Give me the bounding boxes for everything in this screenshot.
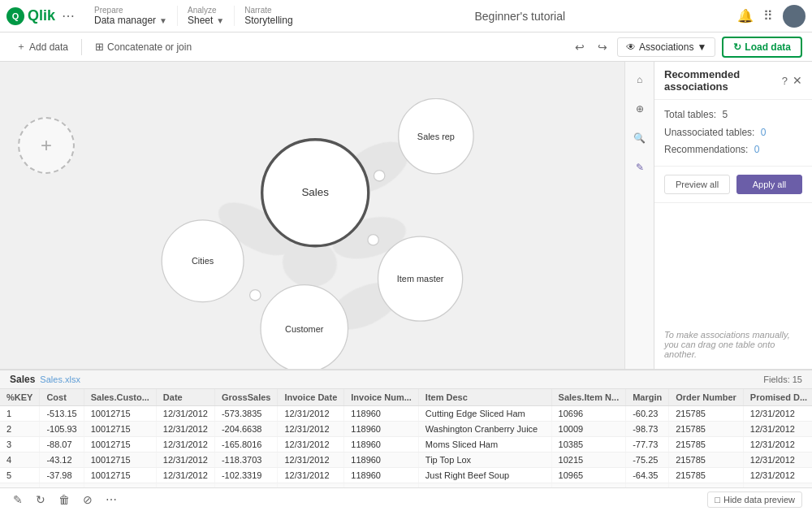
table-cell: 12/31/2012	[278, 468, 344, 483]
table-cell: -64.35	[626, 468, 669, 483]
toolbar-right: ↩ ↪ 👁 Associations ▼ ↻ Load data	[572, 37, 802, 58]
table-cell: 12/31/2012	[156, 437, 214, 453]
notification-icon[interactable]: 🔔	[737, 8, 754, 24]
table-cell: Just Right Beef Soup	[418, 468, 551, 483]
more-tool-button[interactable]: ⋯	[102, 492, 120, 508]
table-row: 4-43.121001271512/31/2012-118.370312/31/…	[0, 453, 812, 468]
preview-table-wrap[interactable]: %KEY Cost Sales.Custo... Date GrossSales…	[0, 389, 812, 487]
qlik-logo-icon: Q	[6, 7, 24, 25]
canvas-area[interactable]: +	[0, 62, 654, 369]
refresh-tool-button[interactable]: ↻	[32, 492, 49, 508]
preview-table: %KEY Cost Sales.Custo... Date GrossSales…	[0, 389, 812, 487]
table-cell: 12/31/2012	[743, 422, 812, 437]
select-tool-button[interactable]: ⊕	[628, 97, 651, 120]
panel-close-button[interactable]: ✕	[793, 74, 802, 87]
table-cell: 10012715	[84, 437, 156, 453]
table-cell: 5	[0, 468, 40, 483]
edit-tool-button[interactable]: ✎	[10, 492, 26, 508]
hide-preview-button[interactable]: □ Hide data preview	[707, 492, 802, 508]
table-cell: -37.98	[40, 468, 84, 483]
undo-button[interactable]: ↩	[572, 37, 588, 57]
col-inv-num: Invoice Num...	[344, 389, 419, 406]
table-cell: 10009	[551, 422, 626, 437]
table-cell: 10965	[551, 468, 626, 483]
panel-header: Recommended associations ? ✕	[654, 62, 812, 100]
table-cell: 215785	[669, 406, 744, 422]
grid-icon[interactable]: ⠿	[763, 8, 773, 24]
content-wrapper: +	[0, 62, 812, 511]
table-cell: 118960	[344, 406, 419, 422]
prepare-section[interactable]: Prepare Data manager ▼	[84, 6, 178, 26]
header: Q Qlik ⋯ Prepare Data manager ▼ Analyze …	[0, 0, 812, 32]
table-cell: 12/31/2012	[743, 468, 812, 483]
delete-tool-button[interactable]: 🗑	[55, 492, 73, 508]
table-cell: -102.3319	[214, 468, 278, 483]
apply-all-button[interactable]: Apply all	[736, 175, 802, 194]
table-cell: 12/31/2012	[743, 453, 812, 468]
concat-icon: ⊞	[95, 41, 104, 53]
table-cell: 12/31/2012	[156, 468, 214, 483]
narrate-label: Narrate	[244, 6, 292, 15]
table-cell: 215785	[669, 437, 744, 453]
connector-dot-3	[250, 290, 261, 301]
header-more-button[interactable]: ⋯	[62, 8, 75, 24]
page-title: Beginner's tutorial	[303, 10, 737, 23]
table-cell: 10012715	[84, 453, 156, 468]
preview-toolbar: ✎ ↻ 🗑 ⊘ ⋯ □ Hide data preview	[0, 487, 812, 511]
analyze-sub: Sheet ▼	[188, 15, 224, 26]
table-cell: 10385	[551, 437, 626, 453]
preview-table-body: 1-513.151001271512/31/2012-573.383512/31…	[0, 406, 812, 488]
load-icon: ↻	[733, 41, 741, 53]
table-row: 1-513.151001271512/31/2012-573.383512/31…	[0, 406, 812, 422]
col-key: %KEY	[0, 389, 40, 406]
table-cell: -88.07	[40, 437, 84, 453]
table-cell: 10012715	[84, 468, 156, 483]
table-cell: -573.3835	[214, 406, 278, 422]
associations-button[interactable]: 👁 Associations ▼	[617, 37, 715, 57]
pen-tool-button[interactable]: ✎	[628, 156, 651, 179]
panel-buttons: Preview all Apply all	[654, 167, 812, 203]
table-row: 2-105.931001271512/31/2012-204.663812/31…	[0, 422, 812, 437]
col-cost: Cost	[40, 389, 84, 406]
zoom-tool-button[interactable]: 🔍	[628, 127, 651, 149]
panel-header-actions: ? ✕	[782, 74, 802, 87]
user-avatar[interactable]	[783, 5, 806, 28]
col-item-n: Sales.Item N...	[551, 389, 626, 406]
load-data-button[interactable]: ↻ Load data	[722, 37, 802, 58]
col-margin: Margin	[626, 389, 669, 406]
cities-node-label: Cities	[192, 256, 214, 266]
col-date: Date	[156, 389, 214, 406]
col-inv-date: Invoice Date	[278, 389, 344, 406]
preview-source-link[interactable]: Sales.xlsx	[40, 375, 80, 384]
prepare-label: Prepare	[94, 6, 167, 15]
table-cell: 118960	[344, 468, 419, 483]
sales-rep-node-label: Sales rep	[417, 132, 455, 141]
panel-help-icon[interactable]: ?	[782, 75, 788, 87]
qlik-logo-text: Qlik	[28, 7, 55, 24]
header-actions: 🔔 ⠿	[737, 5, 806, 28]
home-tool-button[interactable]: ⌂	[628, 68, 651, 91]
qlik-logo: Q Qlik	[6, 7, 55, 25]
hide-preview-icon: □	[715, 495, 720, 505]
item-master-node-label: Item master	[397, 274, 444, 284]
filter-tool-button[interactable]: ⊘	[80, 492, 96, 508]
analyze-arrow: ▼	[216, 16, 224, 25]
table-cell: 118960	[344, 437, 419, 453]
col-gross: GrossSales	[214, 389, 278, 406]
table-cell: 10012715	[84, 406, 156, 422]
side-panel: Recommended associations ? ✕ Total table…	[654, 62, 812, 369]
table-cell: Cutting Edge Sliced Ham	[418, 406, 551, 422]
table-cell: 12/31/2012	[278, 437, 344, 453]
table-cell: 12/31/2012	[278, 453, 344, 468]
narrate-section[interactable]: Narrate Storytelling	[235, 6, 302, 26]
concat-button[interactable]: ⊞ Concatenate or join	[89, 37, 198, 56]
analyze-section[interactable]: Analyze Sheet ▼	[178, 6, 235, 26]
redo-button[interactable]: ↪	[594, 37, 611, 57]
preview-all-button[interactable]: Preview all	[664, 175, 730, 194]
table-cell: 3	[0, 437, 40, 453]
analyze-label: Analyze	[188, 6, 224, 15]
col-cust: Sales.Custo...	[84, 389, 156, 406]
toolbar-separator	[81, 39, 82, 55]
col-order-num: Order Number	[669, 389, 744, 406]
add-data-button[interactable]: ＋ Add data	[10, 37, 75, 57]
